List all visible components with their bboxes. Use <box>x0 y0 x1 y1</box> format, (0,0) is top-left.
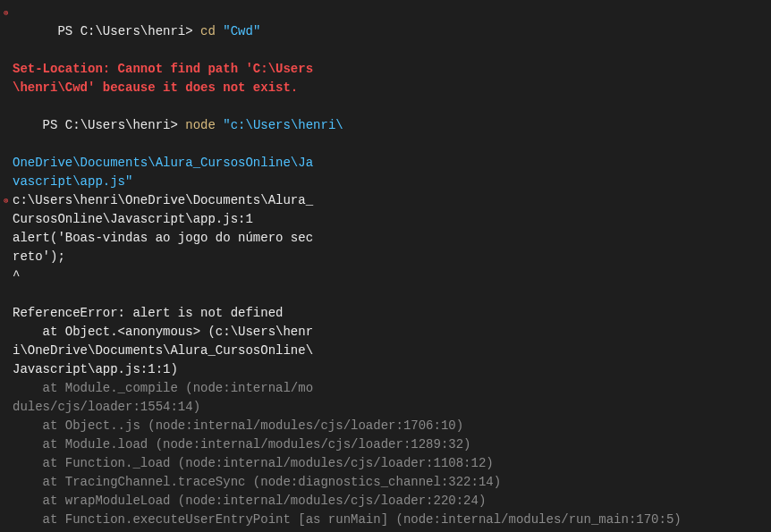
stack-code: reto'); <box>13 248 771 266</box>
cmd-node: node <box>178 118 223 132</box>
reference-error-title: ReferenceError: alert is not defined <box>13 304 771 323</box>
stack-frame: at Object.<anonymous> (c:\Users\henr <box>13 323 771 342</box>
error-gutter-icon: ⊗ <box>4 8 13 21</box>
node-arg: "c:\Users\henri\ <box>223 118 343 132</box>
stack-frame: i\OneDrive\Documents\Alura_CursosOnline\ <box>13 342 771 360</box>
stack-frame-dim: at wrapModuleLoad (node:internal/modules… <box>13 492 771 511</box>
node-arg-cont: OneDrive\Documents\Alura_CursosOnline\Ja <box>4 154 771 173</box>
stack-frame-dim: at Function._load (node:internal/modules… <box>13 454 771 473</box>
stack-frame-dim: at TracingChannel.traceSync (node:diagno… <box>13 473 771 492</box>
stack-source: CursosOnline\Javascript\app.js:1 <box>13 210 771 229</box>
prompt-path: C:\Users\henri> <box>80 24 193 38</box>
error-line: \henri\Cwd' because it does not exist. <box>4 79 771 97</box>
prompt-line-1: ⊗ PS C:\Users\henri> cd "Cwd" <box>4 4 771 60</box>
node-arg-cont: vascript\app.js" <box>4 173 771 191</box>
prompt-line-2: PS C:\Users\henri> node "c:\Users\henri\ <box>4 97 771 154</box>
ps-prefix: PS <box>57 24 80 38</box>
cmd-cd: cd <box>193 24 224 38</box>
stack-code: alert('Boas-vindas ao jogo do número sec <box>13 229 771 248</box>
error-line: Set-Location: Cannot find path 'C:\Users <box>4 60 771 79</box>
stack-caret: ^ <box>13 266 771 285</box>
stack-frame-dim: at Module.load (node:internal/modules/cj… <box>13 435 771 454</box>
runtime-error-block: ⊗ c:\Users\henri\OneDrive\Documents\Alur… <box>4 191 771 532</box>
stack-frame-dim: at Module._compile (node:internal/mo <box>13 379 771 398</box>
stack-frame: Javascript\app.js:1:1) <box>13 360 771 379</box>
stack-frame-dim: at Object..js (node:internal/modules/cjs… <box>13 417 771 435</box>
stack-frame-dim: dules/cjs/loader:1554:14) <box>13 398 771 417</box>
cd-arg: "Cwd" <box>223 24 260 38</box>
prompt-path: C:\Users\henri> <box>65 118 178 132</box>
stack-source: c:\Users\henri\OneDrive\Documents\Alura_ <box>13 191 771 210</box>
terminal-output[interactable]: ⊗ PS C:\Users\henri> cd "Cwd" Set-Locati… <box>4 4 771 532</box>
ps-prefix: PS <box>43 118 65 132</box>
error-gutter-icon: ⊗ <box>4 196 13 208</box>
stack-frame-dim: at Function.executeUserEntryPoint [as ru… <box>13 511 771 529</box>
